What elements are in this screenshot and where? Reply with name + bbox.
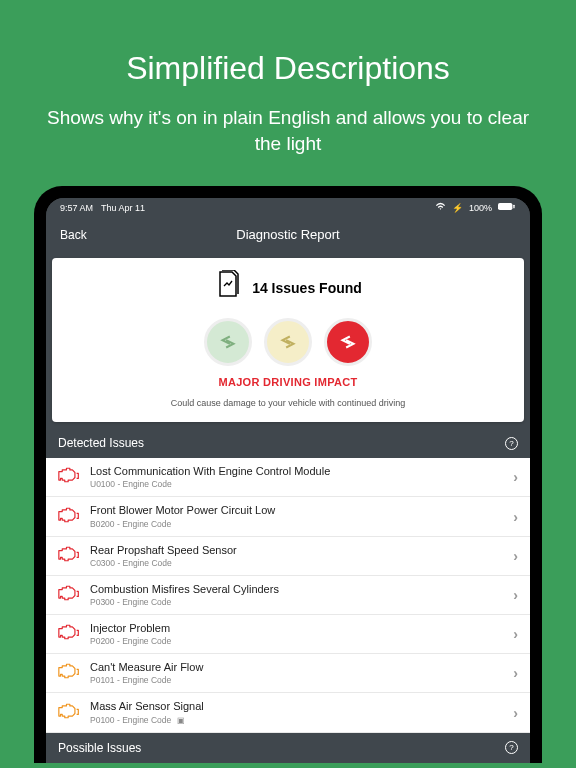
- chevron-right-icon: ›: [513, 509, 518, 525]
- chevron-right-icon: ›: [513, 548, 518, 564]
- issue-title: Combustion Misfires Several Cylinders: [90, 583, 513, 596]
- chevron-right-icon: ›: [513, 587, 518, 603]
- impact-description: Could cause damage to your vehicle with …: [68, 398, 508, 408]
- help-icon[interactable]: ?: [505, 741, 518, 754]
- issue-row[interactable]: Mass Air Sensor Signal P0100 - Engine Co…: [46, 693, 530, 732]
- issue-row[interactable]: Injector Problem P0200 - Engine Code ›: [46, 615, 530, 654]
- severity-high-icon: [324, 318, 372, 366]
- issue-code: B0200 - Engine Code: [90, 519, 513, 529]
- detected-issues-header: Detected Issues ?: [46, 428, 530, 458]
- issue-row[interactable]: Can't Measure Air Flow P0101 - Engine Co…: [46, 654, 530, 693]
- chevron-right-icon: ›: [513, 626, 518, 642]
- chevron-right-icon: ›: [513, 469, 518, 485]
- severity-indicators: [68, 318, 508, 366]
- status-bar: 9:57 AM Thu Apr 11 ⚡ 100%: [46, 198, 530, 217]
- issue-body: Rear Propshaft Speed Sensor C0300 - Engi…: [90, 544, 513, 568]
- issue-row[interactable]: Lost Communication With Engine Control M…: [46, 458, 530, 497]
- summary-card: 14 Issues Found MAJOR DRIVING IMPACT Cou…: [52, 258, 524, 422]
- engine-icon: [58, 624, 90, 644]
- severity-medium-icon: [264, 318, 312, 366]
- section-title: Possible Issues: [58, 741, 141, 755]
- issue-body: Combustion Misfires Several Cylinders P0…: [90, 583, 513, 607]
- issue-row[interactable]: Combustion Misfires Several Cylinders P0…: [46, 576, 530, 615]
- screen: 9:57 AM Thu Apr 11 ⚡ 100% Back Diagnosti…: [46, 198, 530, 762]
- issue-title: Can't Measure Air Flow: [90, 661, 513, 674]
- chevron-right-icon: ›: [513, 705, 518, 721]
- chevron-right-icon: ›: [513, 665, 518, 681]
- summary-title: 14 Issues Found: [252, 280, 362, 296]
- issue-body: Injector Problem P0200 - Engine Code: [90, 622, 513, 646]
- issue-title: Front Blower Motor Power Circuit Low: [90, 504, 513, 517]
- document-icon: [214, 270, 242, 306]
- issue-title: Injector Problem: [90, 622, 513, 635]
- issue-row[interactable]: Rear Propshaft Speed Sensor C0300 - Engi…: [46, 537, 530, 576]
- issue-code: P0101 - Engine Code: [90, 675, 513, 685]
- engine-icon: [58, 546, 90, 566]
- svg-rect-1: [513, 205, 514, 209]
- svg-rect-0: [498, 203, 512, 210]
- engine-icon: [58, 585, 90, 605]
- status-date: Thu Apr 11: [101, 203, 145, 213]
- badge-icon: ▣: [174, 716, 184, 725]
- issue-body: Front Blower Motor Power Circuit Low B02…: [90, 504, 513, 528]
- issue-code: P0100 - Engine Code ▣: [90, 715, 513, 725]
- engine-icon: [58, 507, 90, 527]
- issue-code: P0200 - Engine Code: [90, 636, 513, 646]
- issue-title: Rear Propshaft Speed Sensor: [90, 544, 513, 557]
- battery-icon: [498, 202, 516, 213]
- device-frame: 9:57 AM Thu Apr 11 ⚡ 100% Back Diagnosti…: [34, 186, 542, 762]
- help-icon[interactable]: ?: [505, 437, 518, 450]
- promo-title: Simplified Descriptions: [40, 50, 536, 87]
- impact-label: MAJOR DRIVING IMPACT: [68, 376, 508, 388]
- possible-issues-header: Possible Issues ?: [46, 733, 530, 763]
- nav-bar: Back Diagnostic Report: [46, 217, 530, 252]
- issue-title: Lost Communication With Engine Control M…: [90, 465, 513, 478]
- issue-body: Lost Communication With Engine Control M…: [90, 465, 513, 489]
- section-title: Detected Issues: [58, 436, 144, 450]
- page-title: Diagnostic Report: [236, 227, 339, 242]
- wifi-icon: [435, 202, 446, 213]
- charge-icon: ⚡: [452, 203, 463, 213]
- engine-icon: [58, 703, 90, 723]
- issue-code: U0100 - Engine Code: [90, 479, 513, 489]
- back-button[interactable]: Back: [60, 228, 87, 242]
- promo-subtitle: Shows why it's on in plain English and a…: [40, 105, 536, 156]
- engine-icon: [58, 663, 90, 683]
- severity-low-icon: [204, 318, 252, 366]
- promo-banner: Simplified Descriptions Shows why it's o…: [0, 0, 576, 186]
- issue-row[interactable]: Front Blower Motor Power Circuit Low B02…: [46, 497, 530, 536]
- battery-percent: 100%: [469, 203, 492, 213]
- issue-list: Lost Communication With Engine Control M…: [46, 458, 530, 732]
- issue-body: Mass Air Sensor Signal P0100 - Engine Co…: [90, 700, 513, 724]
- status-time: 9:57 AM: [60, 203, 93, 213]
- issue-code: P0300 - Engine Code: [90, 597, 513, 607]
- engine-icon: [58, 467, 90, 487]
- issue-code: C0300 - Engine Code: [90, 558, 513, 568]
- issue-title: Mass Air Sensor Signal: [90, 700, 513, 713]
- issue-body: Can't Measure Air Flow P0101 - Engine Co…: [90, 661, 513, 685]
